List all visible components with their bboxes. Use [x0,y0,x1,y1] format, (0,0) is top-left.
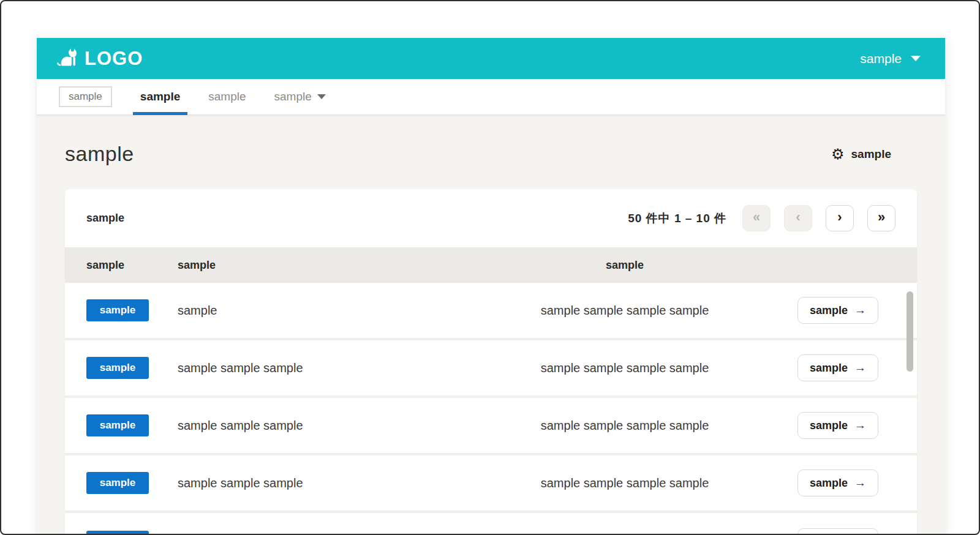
row-name: sample sample sample [178,476,472,490]
row-detail-label: sample [810,362,848,375]
arrow-right-icon: → [854,419,866,432]
table-row[interactable]: sample sample sample sample sample sampl… [65,398,917,455]
arrow-right-icon: → [854,361,866,375]
row-detail-label: sample [810,304,848,317]
table-body: sample sample sample sample sample sampl… [65,283,917,535]
app-window: LOGO sample sample sample sample sample [37,38,945,535]
row-name: sample [178,304,472,318]
page-header: sample ⚙ sample [65,142,917,166]
row-detail-label: sample [810,477,848,490]
status-badge: sample [86,299,149,321]
tab-bar: sample sample sample sample [37,79,945,115]
tab-item-dropdown[interactable]: sample [274,79,326,115]
row-detail-button[interactable]: sample → [797,354,878,381]
row-detail-label: sample [810,419,848,432]
table-row[interactable]: sample sample sample sample sample sampl… [65,283,917,340]
column-header: sample [86,259,178,272]
last-page-button[interactable]: » [867,205,895,231]
active-tab-underline [133,112,187,115]
row-detail-button[interactable]: sample → [797,528,878,535]
settings-label: sample [851,148,891,161]
user-menu[interactable]: sample [860,51,921,66]
status-badge: sample [86,414,149,436]
pagination: 50 件中 1 – 10 件 « ‹ › » [628,205,895,231]
caret-down-icon [911,56,921,61]
column-header: sample [472,259,778,272]
caret-down-icon [317,94,326,99]
page-title: sample [65,142,134,166]
tab-item[interactable]: sample [208,79,246,115]
status-badge: sample [86,531,149,535]
row-name: sample sample sample [178,361,472,375]
app-logo[interactable]: LOGO [56,48,143,69]
tab-back-button[interactable]: sample [59,86,112,107]
card-title: sample [86,212,124,225]
prev-page-button[interactable]: ‹ [784,205,812,231]
table-row[interactable]: sample sample sample sample sample sampl… [65,455,917,513]
row-description: sample sample sample sample [472,419,778,433]
gear-icon: ⚙ [831,147,845,162]
first-page-button[interactable]: « [742,205,771,231]
table-header-row: sample sample sample [65,247,917,283]
scrollbar-thumb[interactable] [907,291,913,372]
tab-label: sample [274,90,312,103]
pagination-count: 50 件中 1 – 10 件 [628,211,726,226]
next-page-button[interactable]: › [826,205,854,231]
top-header-bar: LOGO sample [37,38,945,79]
logo-text: LOGO [85,49,143,68]
table-row[interactable]: sample sample sample sample sample sampl… [65,340,917,398]
row-detail-button[interactable]: sample → [797,470,878,496]
row-detail-button[interactable]: sample → [797,412,878,439]
table-row[interactable]: sample sample sample sample sample sampl… [65,513,917,535]
screenshot-frame: LOGO sample sample sample sample sample [0,0,980,535]
list-card: sample 50 件中 1 – 10 件 « ‹ › » [65,189,917,535]
card-toolbar: sample 50 件中 1 – 10 件 « ‹ › » [65,189,917,247]
double-chevron-left-icon: « [753,211,760,224]
row-description: sample sample sample sample [472,304,778,318]
tab-label: sample [140,90,180,103]
row-detail-button[interactable]: sample → [797,297,878,324]
chevron-right-icon: › [837,211,842,224]
main-content: sample ⚙ sample sample 50 件中 1 – 10 件 « [37,115,945,535]
tab-item-active[interactable]: sample [140,79,180,115]
row-description: sample sample sample sample [472,476,778,490]
user-menu-label: sample [860,51,902,66]
row-description: sample sample sample sample [472,361,778,375]
double-chevron-right-icon: » [878,211,885,224]
settings-button[interactable]: ⚙ sample [831,147,891,162]
arrow-right-icon: → [854,304,866,317]
row-name: sample sample sample [178,419,472,433]
cat-logo-icon [56,48,78,69]
tab-label: sample [208,90,246,103]
arrow-right-icon: → [854,476,866,490]
status-badge: sample [86,357,149,379]
column-header: sample [178,259,472,272]
chevron-left-icon: ‹ [796,211,800,224]
status-badge: sample [86,472,149,494]
